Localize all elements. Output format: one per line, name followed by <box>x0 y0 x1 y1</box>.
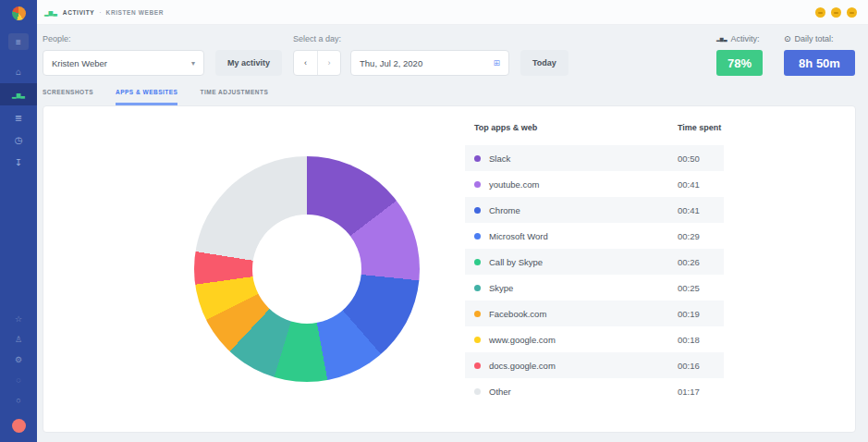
table-row: docs.google.com00:16 <box>465 352 724 378</box>
date-picker-field[interactable]: Thu, Jul 2, 2020 ⊞ <box>350 50 509 76</box>
apps-table: Top apps & web Time spent Slack00:50yout… <box>465 106 724 432</box>
emoji-icon[interactable] <box>815 7 825 18</box>
table-header: Top apps & web Time spent <box>465 121 724 134</box>
help-icon: ◌ <box>16 375 20 385</box>
legend-dot-icon <box>474 233 481 239</box>
sidebar: ≡ ⌂▂▆▃≣◷↧ ☆♙⚙◌○ <box>0 0 37 442</box>
emoji-badges <box>815 7 857 18</box>
app-name: docs.google.com <box>489 361 678 371</box>
app-name: Microsoft Word <box>489 231 678 241</box>
settings-icon[interactable]: ⚙ <box>0 350 37 369</box>
time-spent: 00:41 <box>678 205 724 215</box>
app-name: Skype <box>489 283 678 293</box>
header-time-spent: Time spent <box>678 123 724 132</box>
status-icon[interactable]: ○ <box>0 391 37 410</box>
header-top-apps: Top apps & web <box>474 123 678 132</box>
person-selected-value: Kristen Weber <box>52 58 191 68</box>
apps-donut-chart[interactable] <box>194 156 420 382</box>
tab-bar: SCREENSHOTSAPPS & WEBSITESTIME ADJUSTMEN… <box>37 76 868 105</box>
table-row: www.google.com00:18 <box>465 326 724 352</box>
time-icon[interactable]: ◷ <box>0 129 37 150</box>
achievements-icon: ☆ <box>15 314 22 324</box>
help-icon[interactable]: ◌ <box>0 371 37 389</box>
app-name: Chrome <box>489 205 678 215</box>
achievements-icon[interactable]: ☆ <box>0 310 37 328</box>
activity-bars-icon: ▂▆▃ <box>716 36 727 42</box>
legend-dot-icon <box>474 311 481 317</box>
app-logo-icon[interactable] <box>12 6 26 20</box>
app-name: Facebook.com <box>489 309 678 319</box>
time-spent: 00:18 <box>678 335 724 345</box>
app-name: youtube.com <box>489 179 678 190</box>
tab-screenshots[interactable]: SCREENSHOTS <box>43 89 93 105</box>
time-spent: 00:19 <box>678 309 724 319</box>
app-name: www.google.com <box>489 335 678 345</box>
home-icon: ⌂ <box>16 67 21 77</box>
controls-row: People: Kristen Weber ▾ My activity Sele… <box>37 25 868 76</box>
table-body: Slack00:50youtube.com00:41Chrome00:41Mic… <box>465 145 724 404</box>
table-row: Slack00:50 <box>465 145 724 171</box>
home-icon[interactable]: ⌂ <box>0 61 37 81</box>
legend-dot-icon <box>474 362 481 369</box>
table-row: youtube.com00:41 <box>465 171 724 197</box>
tab-time-adjustments[interactable]: TIME ADJUSTMENTS <box>200 89 268 105</box>
stats-group: ▂▆▃ Activity: 78% ⊙ Daily total: 8h 50m <box>716 34 855 76</box>
sidebar-nav-top: ⌂▂▆▃≣◷↧ <box>0 61 37 174</box>
activity-label: Activity: <box>731 34 760 43</box>
menu-icon[interactable]: ≡ <box>8 33 29 50</box>
day-nav: ‹ › <box>293 50 341 76</box>
time-spent: 00:16 <box>678 361 724 371</box>
chevron-down-icon: ▾ <box>191 59 195 68</box>
table-row: Chrome00:41 <box>465 197 724 223</box>
legend-dot-icon <box>474 337 481 343</box>
people-icon: ♙ <box>15 335 22 344</box>
reports-icon[interactable]: ↧ <box>0 152 37 172</box>
legend-dot-icon <box>474 181 481 188</box>
reports-icon: ↧ <box>15 157 22 167</box>
daily-total-stat: ⊙ Daily total: 8h 50m <box>784 34 855 76</box>
prev-day-button[interactable]: ‹ <box>294 51 317 75</box>
table-row: Other01:17 <box>465 378 724 404</box>
activity-bars-icon: ▂▆▃ <box>44 9 57 16</box>
my-activity-button[interactable]: My activity <box>215 50 282 76</box>
donut-hole <box>252 215 361 324</box>
topbar: ▂▆▃ ACTIVITY · KRISTEN WEBER <box>37 0 868 25</box>
chart-area <box>43 106 465 432</box>
activity-icon: ▂▆▃ <box>12 92 25 98</box>
daily-total-label: Daily total: <box>795 34 834 43</box>
people-icon[interactable]: ♙ <box>0 330 37 349</box>
legend-dot-icon <box>474 285 481 291</box>
user-avatar[interactable] <box>12 419 26 433</box>
time-spent: 01:17 <box>678 387 724 397</box>
date-value: Thu, Jul 2, 2020 <box>360 58 493 68</box>
legend-dot-icon <box>474 388 481 395</box>
table-row: Facebook.com00:19 <box>465 301 724 326</box>
next-day-button[interactable]: › <box>317 51 340 75</box>
today-button[interactable]: Today <box>520 50 568 76</box>
timesheets-icon: ≣ <box>15 113 22 123</box>
status-icon: ○ <box>16 396 20 405</box>
app-name: Call by Skype <box>489 257 678 267</box>
breadcrumb-separator: · <box>99 9 101 16</box>
main-area: ▂▆▃ ACTIVITY · KRISTEN WEBER People: Kri… <box>37 0 868 442</box>
sidebar-nav-bottom: ☆♙⚙◌○ <box>0 310 37 411</box>
timesheets-icon[interactable]: ≣ <box>0 107 37 128</box>
people-group: People: Kristen Weber ▾ My activity <box>43 34 282 76</box>
person-select[interactable]: Kristen Weber ▾ <box>43 50 204 76</box>
breadcrumb-user: KRISTEN WEBER <box>106 9 164 16</box>
activity-icon[interactable]: ▂▆▃ <box>0 83 37 105</box>
table-row: Microsoft Word00:29 <box>465 223 724 249</box>
activity-stat: ▂▆▃ Activity: 78% <box>716 34 763 76</box>
time-spent: 00:26 <box>678 257 724 267</box>
table-row: Call by Skype00:26 <box>465 249 724 275</box>
tab-apps-websites[interactable]: APPS & WEBSITES <box>116 89 177 105</box>
time-spent: 00:41 <box>678 179 724 190</box>
legend-dot-icon <box>474 155 481 162</box>
legend-dot-icon <box>474 259 481 265</box>
day-group: Select a day: ‹ › Thu, Jul 2, 2020 ⊞ Tod… <box>293 34 568 76</box>
time-spent: 00:50 <box>678 153 724 164</box>
emoji-icon[interactable] <box>847 7 857 18</box>
apps-websites-card: Top apps & web Time spent Slack00:50yout… <box>43 105 856 433</box>
emoji-icon[interactable] <box>831 7 841 18</box>
select-day-label: Select a day: <box>293 34 568 43</box>
